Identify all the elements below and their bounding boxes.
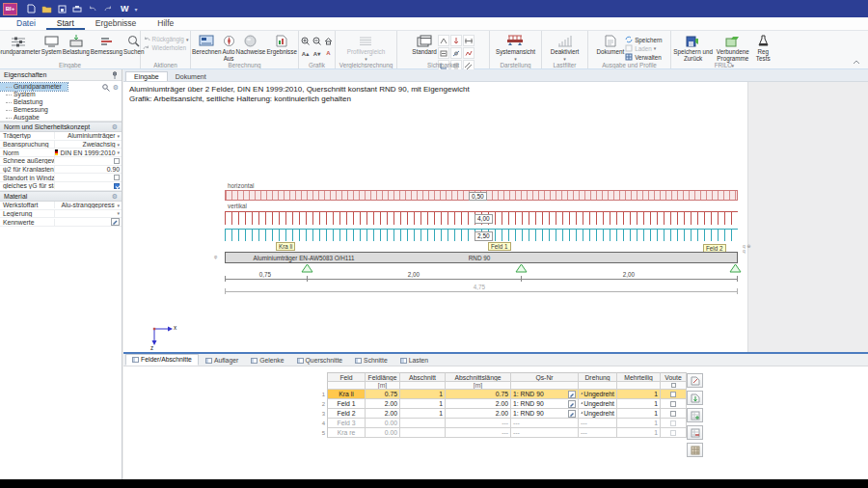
sidebar-item-belastung[interactable]: Belastung [0,98,122,106]
deaktiviert-button[interactable]: Deaktiviert ▾ [551,32,580,63]
feldlaenge-cell[interactable]: 0.00 [366,419,400,428]
psi2-input[interactable]: 0.90 [107,166,120,173]
profil-verwalten-button[interactable]: Verwalten [625,53,662,61]
vertical-load-value[interactable]: 4,00 [475,214,493,224]
reg-tests-button[interactable]: Reg Tests [752,32,773,63]
edit-section-icon[interactable] [568,410,576,418]
standard-button[interactable]: Standard [412,32,437,56]
save-icon[interactable] [56,3,68,14]
chevron-down-icon[interactable]: ▾ [117,203,120,208]
tab-lasten[interactable]: Lasten [394,356,434,366]
table-row[interactable]: 4 Feld 3 0.00 --- --- --- 1 [315,419,687,428]
table-settings-button[interactable] [687,443,703,457]
sidebar-item-ausgabe[interactable]: Ausgabe [0,114,122,122]
feldlaenge-cell[interactable]: 0.75 [366,390,400,399]
berechnen-button[interactable]: Berechnen [192,32,221,56]
section-gear-icon[interactable]: ⚙ [112,123,118,130]
zoom-home-icon[interactable] [323,36,334,45]
table-row[interactable]: 5 Kra re 0.00 --- --- --- 1 [315,428,687,438]
toggle-sections-icon[interactable] [450,47,462,59]
section-gear-icon[interactable]: ⚙ [112,193,118,200]
qs-cell[interactable]: 1: RND 90 [511,390,579,399]
font-color-icon[interactable]: A [323,48,334,58]
chevron-down-icon[interactable]: ▾ [117,149,120,155]
toggle-dimensions-icon[interactable] [463,35,475,46]
toggle-results-icon[interactable] [463,47,475,59]
toggle-loads-icon[interactable] [450,35,462,46]
drehung-cell[interactable]: Ungedreht [579,399,617,409]
qs-cell[interactable]: 1: RND 90 [511,399,579,409]
voute-checkbox[interactable] [670,401,676,407]
toggle-labels-icon[interactable] [438,47,449,59]
voute-checkbox[interactable] [670,430,676,436]
tab-auflager[interactable]: Auflager [200,356,244,366]
belastung-button[interactable]: Belastung [63,32,90,56]
werkstoffart-select[interactable]: Alu-stranggepresst,gesi [61,202,115,208]
grundparameter-button[interactable]: Grundparameter [0,32,41,56]
kennwerte-edit-button[interactable] [111,218,120,226]
tag-kra-li[interactable]: Kra li [276,242,295,251]
delete-row-button[interactable] [687,425,703,440]
auto-aus-button[interactable]: Auto Aus [223,32,235,63]
drehung-cell[interactable]: Ungedreht [579,409,617,419]
app-icon[interactable]: BI+ [3,3,17,15]
pin-icon[interactable] [112,71,118,79]
voute-checkbox[interactable] [670,392,676,397]
zoom-out-icon[interactable] [312,36,322,45]
horizontal-load-value[interactable]: 0,50 [469,192,487,202]
table-row[interactable]: 2 Feld 1 2.00 1 2.00 1: RND 90 Ungedreht… [315,399,687,409]
voute-header-checkbox[interactable] [671,383,676,388]
undo-icon[interactable] [87,3,98,14]
sidebar-item-system[interactable]: System [0,91,122,98]
tab-querschnitte[interactable]: Querschnitte [291,356,349,366]
systemansicht-button[interactable]: Systemansicht ▾ [496,32,535,63]
edit-section-icon[interactable] [568,400,576,408]
windzone-checkbox[interactable] [114,175,120,180]
feldlaenge-cell[interactable]: 2.00 [366,409,400,419]
norm-select[interactable]: DIN EN 1999:2010 [60,149,115,156]
sidebar-item-bemessung[interactable]: Bemessung [0,106,122,114]
wiederholen-button[interactable]: Wiederholen [143,44,189,51]
table-row[interactable]: 1 Kra li 0.75 1 0.75 1: RND 90 Ungedreht… [315,390,687,399]
rueckgaengig-button[interactable]: Rückgängig▾ [143,36,189,42]
feldlaenge-cell[interactable]: 2.00 [366,399,400,409]
tab-start[interactable]: Start [46,17,85,30]
speichern-und-zurueck-button[interactable]: Speichern und Zurück [673,32,713,63]
ribbon-collapse-icon[interactable] [853,60,860,65]
tab-datei[interactable]: Datei [6,17,46,30]
profil-laden-button[interactable]: Laden▾ [625,44,662,52]
redo-icon[interactable] [102,3,114,14]
qat-dropdown-icon[interactable]: ▾ [135,6,138,13]
chevron-down-icon[interactable]: ▾ [117,133,120,139]
export-table-button[interactable] [687,373,703,388]
dokument-button[interactable]: Dokument [596,32,624,56]
tag-feld1[interactable]: Feld 1 [488,242,511,251]
system-button[interactable]: System [41,32,62,56]
add-row-button[interactable] [687,408,703,422]
voute-checkbox[interactable] [670,411,676,417]
drehung-cell[interactable]: Ungedreht [579,390,617,399]
edit-section-icon[interactable] [568,391,576,398]
nachweise-button[interactable]: Nachweise [236,32,266,56]
gamma-checkbox[interactable] [114,183,120,189]
sidebar-item-grundparameter[interactable]: Grundparameter [0,83,68,91]
font-smaller-icon[interactable]: A▾ [312,48,322,58]
tab-dokument[interactable]: Dokument [168,72,214,81]
live-load-value[interactable]: 2,50 [475,231,493,241]
support-icon[interactable] [729,263,742,273]
tab-gelenke[interactable]: Gelenke [245,356,289,366]
import-table-button[interactable] [687,391,703,405]
table-row[interactable]: 3 Feld 2 2.00 1 2.00 1: RND 90 Ungedreht… [315,409,687,419]
tab-ergebnisse[interactable]: Ergebnisse [85,17,148,30]
support-icon[interactable] [515,263,528,273]
chevron-down-icon[interactable]: ▾ [117,210,120,216]
voute-checkbox[interactable] [670,420,676,426]
ergebnisse-button[interactable]: Ergebnisse [266,32,297,56]
tab-eingabe[interactable]: Eingabe [125,71,168,81]
support-icon[interactable] [301,263,313,273]
profilvergleich-button[interactable]: Profilvergleich ▾ [347,32,386,63]
feldlaenge-cell[interactable]: 0.00 [366,428,400,438]
chevron-down-icon[interactable]: ▾ [117,142,120,148]
tab-felder-abschnitte[interactable]: Felder/Abschnitte [125,354,199,366]
toggle-supports-icon[interactable] [438,35,449,46]
